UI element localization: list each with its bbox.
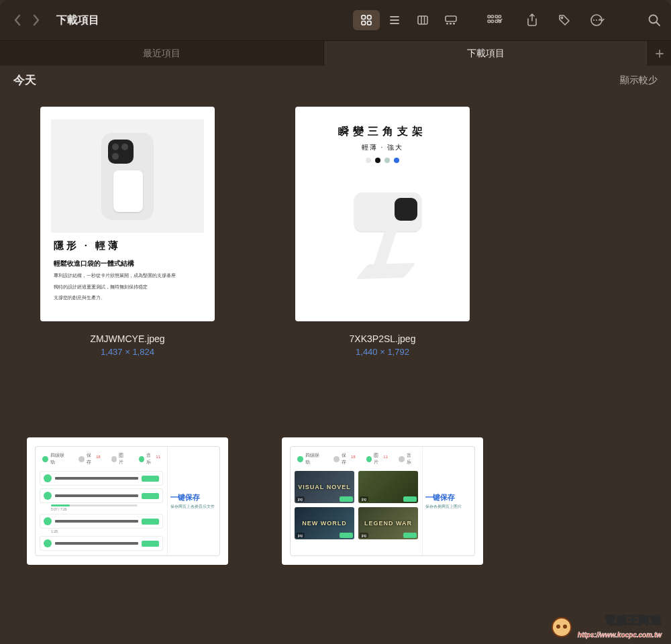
file-dimensions: 1,437 × 1,824 <box>101 347 154 357</box>
svg-rect-10 <box>446 16 456 21</box>
tab-bar: 最近項目 下載項目 <box>0 40 671 66</box>
svg-rect-1 <box>368 15 372 19</box>
image-tile: NEW WORLDjpg <box>295 507 354 539</box>
svg-rect-14 <box>488 15 491 18</box>
svg-rect-0 <box>362 15 366 19</box>
back-button[interactable] <box>9 11 25 30</box>
thumbnail: 瞬變三角支架 輕薄 · 強大 <box>295 107 470 321</box>
file-item[interactable]: 隱形 · 輕薄 輕鬆收進口袋的一體式結構 專利設計結構，一秒從卡片狀態展開，成為… <box>27 107 228 357</box>
image-tile: LEGEND WARjpg <box>358 507 418 539</box>
svg-rect-18 <box>488 20 491 23</box>
phone-case-illustration <box>101 133 154 220</box>
gallery-view-button[interactable] <box>437 10 464 30</box>
tab-recent[interactable]: 最近項目 <box>0 41 324 66</box>
thumb-tab: 音乐 <box>146 452 155 466</box>
window-title: 下載項目 <box>47 13 109 28</box>
thumb-tab: 图片 <box>374 452 382 466</box>
forward-button[interactable] <box>28 11 44 30</box>
chevron-down-icon[interactable] <box>493 13 507 28</box>
file-item[interactable]: 四级联动 保存18 图片11 音乐 VISUAL NOVELjpg jpg NE… <box>282 437 483 565</box>
file-name: ZMJWMCYE.jpeg <box>90 333 164 344</box>
watermark-name: 電腦王阿達 <box>605 614 662 626</box>
swatch <box>394 158 399 163</box>
thumb1-subhead: 輕鬆收進口袋的一體式結構 <box>54 259 202 268</box>
section-heading: 今天 <box>13 72 36 88</box>
thumb-tab: 图片 <box>119 452 127 466</box>
file-dimensions: 1,440 × 1,792 <box>356 347 409 357</box>
icon-view-button[interactable] <box>353 10 380 30</box>
finder-window: 下載項目 <box>0 0 671 644</box>
new-tab-button[interactable] <box>648 41 671 66</box>
audio-row <box>40 536 163 551</box>
toolbar: 下載項目 <box>0 0 671 40</box>
toolbar-right <box>487 13 662 28</box>
thumb-tab: 保存 <box>342 452 350 466</box>
thumb-tab: 四级联动 <box>305 452 323 466</box>
file-item[interactable]: 瞬變三角支架 輕薄 · 強大 7XK3P2SL.jpeg <box>282 107 483 357</box>
tags-button[interactable] <box>557 13 572 28</box>
file-grid: 隱形 · 輕薄 輕鬆收進口袋的一體式結構 專利設計結構，一秒從卡片狀態展開，成為… <box>0 93 671 578</box>
svg-rect-2 <box>362 21 366 25</box>
thumb-cta-sub: 保存网页上各类音乐文件 <box>170 504 217 510</box>
audio-time: 5:07 / 7:26 <box>51 507 163 511</box>
svg-rect-3 <box>368 21 372 25</box>
watermark-url: https://www.kocpc.com.tw <box>578 631 662 639</box>
thumb1-body: 獨特的設計經過重重測試，無時無刻保持穩定 <box>54 284 202 291</box>
audio-row <box>40 488 163 503</box>
audio-row <box>40 514 163 529</box>
swatch <box>366 158 371 163</box>
chevron-down-icon[interactable] <box>595 13 609 28</box>
swatch <box>384 158 390 163</box>
svg-rect-11 <box>446 23 448 24</box>
thumb-tab: 保存 <box>87 452 95 466</box>
svg-rect-7 <box>418 16 427 24</box>
color-swatches <box>366 158 399 163</box>
tab-downloads[interactable]: 下載項目 <box>324 41 648 66</box>
list-view-button[interactable] <box>381 10 408 30</box>
watermark-mascot-icon <box>552 617 572 637</box>
thumb-cta-sub: 保存各类网页上图片 <box>425 504 472 510</box>
column-view-button[interactable] <box>409 10 436 30</box>
file-name: 7XK3P2SL.jpeg <box>350 333 416 344</box>
svg-point-22 <box>561 17 562 18</box>
search-button[interactable] <box>647 13 662 28</box>
thumb1-body: 支撐您的創意與生產力。 <box>54 294 202 302</box>
audio-row <box>40 471 163 486</box>
thumb-cta-title: 一键保存 <box>170 492 217 502</box>
image-tile: VISUAL NOVELjpg <box>295 471 354 503</box>
svg-rect-12 <box>450 23 452 24</box>
image-tile: jpg <box>358 471 418 503</box>
view-mode-segment <box>352 9 466 32</box>
thumb-tab: 四级联动 <box>50 452 68 466</box>
tripod-illustration <box>336 186 429 286</box>
thumb-cta-title: 一键保存 <box>425 492 472 502</box>
share-button[interactable] <box>525 13 539 28</box>
thumb2-subhead: 輕薄 · 強大 <box>362 143 403 152</box>
thumbnail: 四级联动 保存18 图片11 音乐 VISUAL NOVELjpg jpg NE… <box>282 437 483 565</box>
thumbnail: 隱形 · 輕薄 輕鬆收進口袋的一體式結構 專利設計結構，一秒從卡片狀態展開，成為… <box>40 107 215 321</box>
svg-rect-13 <box>453 23 455 24</box>
thumb2-headline: 瞬變三角支架 <box>338 125 427 139</box>
show-less-button[interactable]: 顯示較少 <box>620 74 658 87</box>
watermark: 電腦王阿達 https://www.kocpc.com.tw <box>552 614 662 640</box>
svg-point-27 <box>650 15 658 23</box>
thumbnail: 四级联动 保存18 图片 音乐11 5:07 / 7:26 <box>27 437 228 565</box>
thumb1-headline: 隱形 · 輕薄 <box>54 239 202 252</box>
section-header: 今天 顯示較少 <box>0 66 671 93</box>
svg-line-28 <box>657 23 660 26</box>
thumb1-body: 專利設計結構，一秒從卡片狀態展開，成為堅固的支撐基座 <box>54 272 202 280</box>
file-item[interactable]: 四级联动 保存18 图片 音乐11 5:07 / 7:26 <box>27 437 228 565</box>
swatch <box>375 158 380 163</box>
thumb-tab: 音乐 <box>407 452 415 466</box>
